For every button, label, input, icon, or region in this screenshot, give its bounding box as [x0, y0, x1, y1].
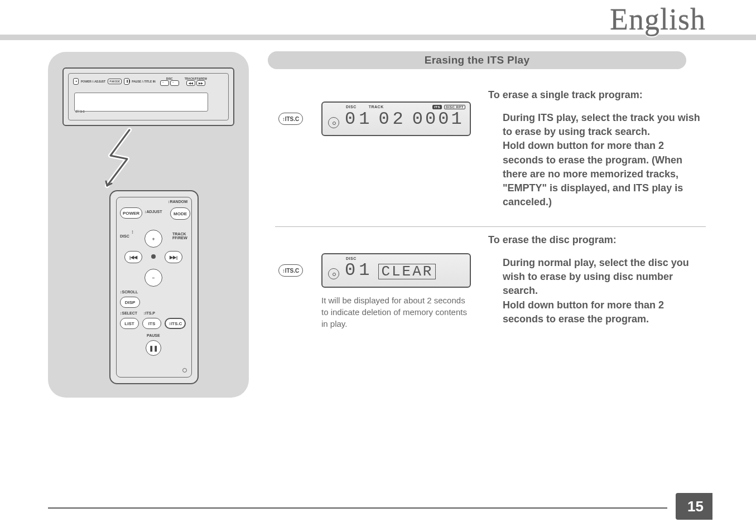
cd-icon [328, 268, 339, 279]
remote-track-label: TRACK FF/REW [172, 232, 191, 240]
itsc-button-callout-1: ↕ITS.C [278, 113, 303, 125]
lcd2-value: CLEAR [378, 264, 436, 279]
unit-disc-down-button: ˅ [160, 80, 169, 86]
remote-scroll-label: ↕SCROLL [120, 290, 138, 294]
lcd1-track-number: 02 [378, 110, 406, 128]
remote-indent-dot [182, 368, 187, 373]
lcd1-value: 0001 [412, 110, 464, 128]
page-language: English [610, 2, 706, 37]
footer-line [48, 507, 667, 509]
device-illustration-panel: ● POWER /↕ADJUST P.MODE ❚❚ PAUSE /↕TITLE… [48, 52, 249, 398]
remote-minus-button: − [145, 269, 162, 287]
unit-display [74, 93, 208, 112]
lcd2-disc-number: 01 [345, 262, 373, 279]
unit-power-button: ● [73, 78, 79, 85]
block1-heading: To erase a single track program: [488, 89, 706, 101]
remote-center-dot [151, 254, 156, 259]
remote-disp-button: DISP [120, 297, 140, 308]
unit-disc-up-button: ˄ [170, 80, 179, 86]
instruction-block-2: To erase the disc program: During normal… [488, 234, 706, 326]
unit-pause-button: ❚❚ [124, 78, 129, 85]
lcd-display-1: DISC TRACK ITS DISC RPT 01 02 0001 [321, 101, 471, 136]
remote-plus-button: ＋ [145, 230, 162, 248]
page-number: 15 [676, 493, 712, 520]
lcd1-disc-number: 01 [345, 110, 373, 128]
cd-icon [328, 117, 339, 128]
remote-power-button: POWER [120, 207, 142, 219]
block2-body: During normal play, select the disc you … [503, 256, 706, 326]
remote-disc-label: DISC [120, 234, 129, 238]
remote-control: POWER ↕ADJUST ↕RANDOM MODE DISC ↕ TRACK … [109, 190, 199, 384]
remote-updown-icon: ↕ [131, 229, 134, 235]
remote-next-button: ▶▶| [165, 251, 182, 263]
remote-itsp-label: ↕ITS.P [143, 311, 155, 315]
remote-its-button: ITS [142, 318, 161, 329]
divider-line [275, 226, 706, 227]
unit-ff-button: ▶▶ [196, 80, 205, 86]
unit-cd-logo: disc [75, 109, 85, 113]
unit-pmode-button: P.MODE [108, 79, 122, 84]
remote-random-label: ↕RANDOM [168, 200, 187, 204]
remote-mode-button: MODE [170, 207, 190, 220]
head-unit: ● POWER /↕ADJUST P.MODE ❚❚ PAUSE /↕TITLE… [62, 67, 234, 126]
block2-heading: To erase the disc program: [488, 234, 706, 246]
section-title: Erasing the ITS Play [268, 51, 686, 69]
remote-adjust-label: ↕ADJUST [145, 210, 162, 214]
remote-pause-label: PAUSE [147, 333, 160, 337]
lcd2-caption: It will be displayed for about 2 seconds… [321, 294, 472, 330]
unit-power-label: POWER /↕ADJUST [81, 80, 105, 83]
lcd-display-2: DISC 01 CLEAR [321, 253, 471, 288]
remote-pause-button: ❚❚ [146, 340, 161, 356]
remote-prev-button: |◀◀ [124, 251, 142, 263]
unit-rew-button: ◀◀ [186, 80, 195, 86]
remote-list-button: LIST [120, 318, 139, 329]
block1-body: During ITS play, select the track you wi… [503, 111, 706, 209]
remote-select-label: ↕SELECT [120, 311, 137, 315]
instruction-block-1: To erase a single track program: During … [488, 89, 706, 209]
itsc-button-callout-2: ↕ITS.C [278, 264, 303, 277]
unit-pause-label: PAUSE /↕TITLE IN [132, 80, 155, 83]
remote-itsc-button: ↕ITS.C [165, 318, 186, 329]
beam-icon [105, 128, 139, 189]
